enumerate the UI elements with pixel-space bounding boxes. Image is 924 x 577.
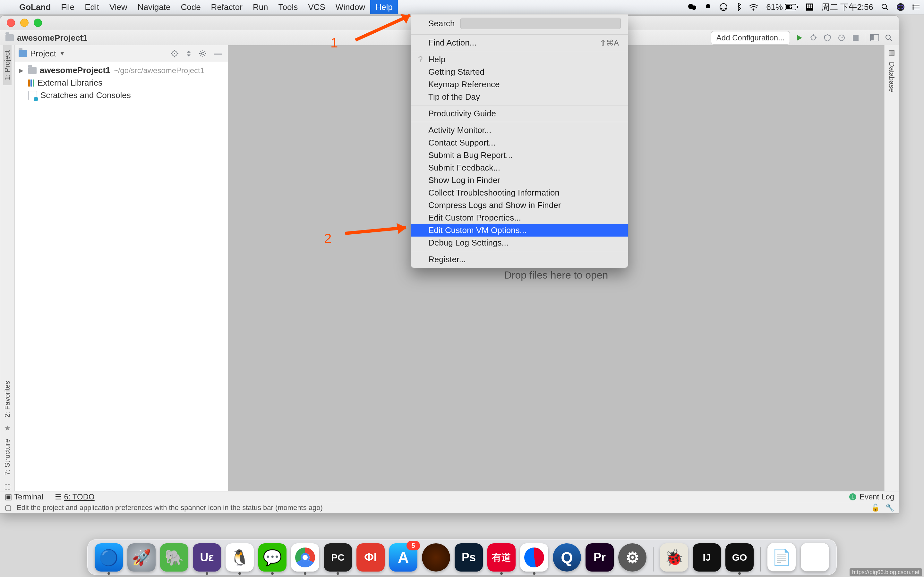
dock-app-pycharm[interactable]: PC: [324, 543, 352, 572]
help-submit-feedback[interactable]: Submit Feedback...: [411, 161, 628, 174]
dock-app-player[interactable]: ΦΙ: [357, 543, 384, 572]
menubar-code[interactable]: Code: [176, 0, 206, 14]
dock-app-qq[interactable]: 🐧: [226, 543, 254, 572]
project-panel-title[interactable]: Project: [30, 49, 56, 59]
status-notification-center-icon[interactable]: [909, 4, 924, 10]
stop-icon[interactable]: [851, 33, 861, 43]
dock-app-photoshop[interactable]: Ps: [455, 543, 483, 572]
menubar-app-name[interactable]: GoLand: [14, 2, 56, 12]
help-activity-monitor[interactable]: Activity Monitor...: [411, 124, 628, 137]
menubar-tools[interactable]: Tools: [273, 0, 303, 14]
dock-app-evernote[interactable]: 🐘: [160, 543, 188, 572]
help-productivity-guide[interactable]: Productivity Guide: [411, 107, 628, 120]
zoom-window-button[interactable]: [34, 19, 42, 27]
tool-tab-project[interactable]: 1: Project: [3, 45, 11, 85]
tab-terminal[interactable]: ▣ Terminal: [5, 492, 43, 501]
help-show-log[interactable]: Show Log in Finder: [411, 174, 628, 187]
expand-all-icon[interactable]: [184, 50, 194, 57]
dock-app-debugger[interactable]: 🐞: [660, 543, 688, 572]
help-compress-logs[interactable]: Compress Logs and Show in Finder: [411, 199, 628, 211]
help-edit-custom-props[interactable]: Edit Custom Properties...: [411, 211, 628, 224]
help-register[interactable]: Register...: [411, 253, 628, 266]
svg-point-14: [882, 4, 887, 9]
layout-icon[interactable]: [870, 33, 879, 43]
dock-app-quicktime[interactable]: Q: [553, 543, 581, 572]
coverage-icon[interactable]: [822, 33, 832, 43]
help-contact-support[interactable]: Contact Support...: [411, 137, 628, 149]
help-search-input[interactable]: [460, 18, 621, 29]
close-window-button[interactable]: [7, 19, 15, 27]
tool-tab-structure[interactable]: 7: Structure: [3, 434, 11, 480]
add-configuration-button[interactable]: Add Configuration...: [711, 31, 790, 45]
help-getting-started[interactable]: Getting Started: [411, 66, 628, 78]
menubar-vcs[interactable]: VCS: [303, 0, 330, 14]
status-siri-icon[interactable]: [893, 3, 909, 11]
status-bluetooth-icon[interactable]: [732, 3, 745, 11]
lock-icon[interactable]: 🔓: [871, 504, 880, 512]
help-collect-troubleshoot[interactable]: Collect Troubleshooting Information: [411, 187, 628, 199]
help-keymap-ref[interactable]: Keymap Reference: [411, 78, 628, 91]
tab-todo[interactable]: ☰ 6: TODO: [55, 492, 95, 501]
wrench-icon[interactable]: 🔧: [885, 504, 894, 512]
tree-scratches[interactable]: Scratches and Consoles: [15, 89, 228, 102]
dock-app-launchpad[interactable]: 🚀: [128, 543, 156, 572]
dock-app-textdoc[interactable]: 📄: [767, 543, 796, 572]
dock-trash[interactable]: 🗑: [800, 543, 829, 572]
help-edit-custom-vm[interactable]: Edit Custom VM Options...: [411, 224, 628, 237]
debug-icon[interactable]: [809, 33, 818, 43]
menubar-file[interactable]: File: [56, 0, 79, 14]
watermark: https://pig66.blog.csdn.net: [850, 568, 922, 576]
help-debug-log-settings[interactable]: Debug Log Settings...: [411, 237, 628, 249]
menubar-edit[interactable]: Edit: [79, 0, 104, 14]
left-gutter: 1: Project 2: Favorites ★ 7: Structure ⬚: [0, 45, 15, 495]
status-notify-icon[interactable]: [701, 3, 716, 11]
status-wechat-icon[interactable]: [684, 3, 701, 11]
dock-app-ultraedit[interactable]: Uε: [193, 543, 221, 572]
dock-app-game[interactable]: [422, 543, 450, 572]
menubar-view[interactable]: View: [104, 0, 132, 14]
status-datetime[interactable]: 周二 下午2:56: [817, 2, 877, 13]
status-battery[interactable]: 61%: [762, 2, 802, 12]
dock-app-chrome[interactable]: [291, 543, 319, 572]
profiler-icon[interactable]: [837, 33, 846, 43]
dock-app-settings[interactable]: ⚙: [618, 543, 646, 572]
chevron-down-icon[interactable]: ▼: [59, 50, 65, 57]
status-wifi-icon[interactable]: [745, 3, 762, 11]
menubar-navigate[interactable]: Navigate: [132, 0, 176, 14]
tree-root[interactable]: ▸ awesomeProject1 ~/go/src/awesomeProjec…: [15, 64, 228, 77]
dock-app-appstore[interactable]: A5: [389, 543, 417, 572]
quick-access-icon[interactable]: ▢: [5, 504, 11, 512]
help-tip-of-day[interactable]: Tip of the Day: [411, 91, 628, 103]
hide-panel-icon[interactable]: —: [212, 49, 224, 59]
svg-point-23: [811, 35, 816, 40]
minimize-window-button[interactable]: [20, 19, 29, 27]
dock-app-premiere[interactable]: Pr: [586, 543, 614, 572]
run-icon[interactable]: [795, 33, 804, 43]
dock-app-goland[interactable]: GO: [725, 543, 754, 572]
tab-event-log[interactable]: Event Log: [859, 492, 894, 501]
breadcrumb-label: awesomeProject1: [17, 33, 87, 43]
dock-app-wechat[interactable]: 💬: [258, 543, 286, 572]
menubar-refactor[interactable]: Refactor: [206, 0, 248, 14]
gear-icon[interactable]: [197, 50, 208, 57]
help-help[interactable]: ? Help: [411, 53, 628, 66]
help-find-action[interactable]: Find Action... ⇧⌘A: [411, 37, 628, 49]
tree-ext-libs[interactable]: External Libraries: [15, 77, 228, 89]
status-input-icon[interactable]: [802, 3, 817, 11]
dock-app-finder[interactable]: 🔵: [95, 543, 123, 572]
search-everywhere-icon[interactable]: [884, 33, 893, 43]
menubar-window[interactable]: Window: [330, 0, 370, 14]
dock-app-baidu-netdisk[interactable]: [520, 543, 548, 572]
dock-app-intellij[interactable]: IJ: [693, 543, 721, 572]
tool-tab-favorites[interactable]: 2: Favorites: [3, 376, 11, 423]
dock-app-youdao[interactable]: 有道: [487, 543, 515, 572]
status-cc-icon[interactable]: [716, 3, 732, 11]
menubar-help[interactable]: Help: [370, 0, 397, 14]
breadcrumb[interactable]: awesomeProject1: [5, 33, 87, 43]
help-bug-report[interactable]: Submit a Bug Report...: [411, 149, 628, 161]
status-spotlight-icon[interactable]: [877, 3, 893, 11]
tool-tab-database[interactable]: Database: [887, 57, 896, 97]
project-tree[interactable]: ▸ awesomeProject1 ~/go/src/awesomeProjec…: [15, 62, 228, 495]
menubar-run[interactable]: Run: [248, 0, 273, 14]
locate-icon[interactable]: [169, 50, 180, 57]
